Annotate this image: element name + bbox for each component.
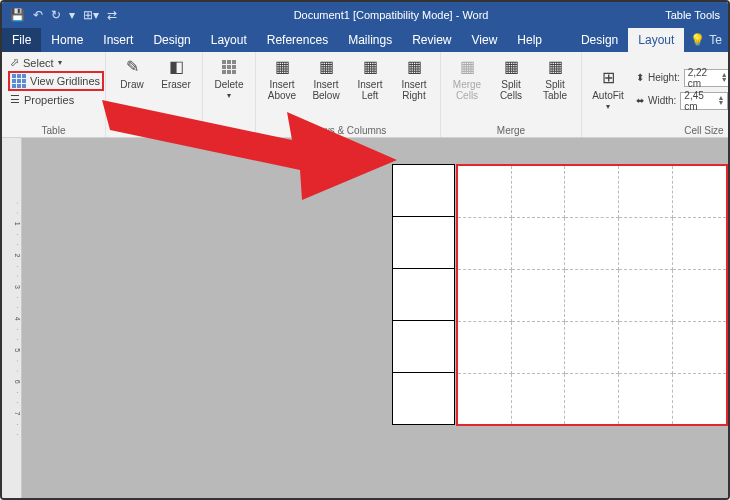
- redo-icon[interactable]: ↻: [51, 8, 61, 22]
- height-input[interactable]: 2,22 cm ▲▼: [684, 69, 730, 87]
- autofit-icon: ⊞: [598, 68, 618, 88]
- grid-icon: [12, 74, 26, 88]
- insert-below-button[interactable]: ▦ Insert Below: [306, 55, 346, 101]
- split-table-label: Split Table: [535, 79, 575, 101]
- more-icon[interactable]: ⇄: [107, 8, 117, 22]
- tab-insert[interactable]: Insert: [93, 28, 143, 52]
- group-rows-columns: ▦ Insert Above ▦ Insert Below ▦ Insert L…: [256, 52, 441, 137]
- draw-table-button[interactable]: ✎ Draw: [112, 55, 152, 90]
- group-table: ⬀ Select ▾ View Gridlines ☰ Properties T…: [2, 52, 106, 137]
- group-draw-label: Draw: [112, 123, 196, 136]
- properties-icon: ☰: [10, 93, 20, 106]
- tell-me-label: Te: [709, 33, 722, 47]
- height-icon: ⬍: [636, 72, 644, 83]
- quick-access-toolbar: 💾 ↶ ↻ ▾ ⊞▾ ⇄: [2, 8, 117, 22]
- insert-above-button[interactable]: ▦ Insert Above: [262, 55, 302, 101]
- width-input[interactable]: 2,45 cm ▲▼: [680, 92, 728, 110]
- table-row: [457, 269, 727, 321]
- delete-label: Delete: [215, 79, 244, 90]
- autofit-button[interactable]: ⊞ AutoFit ▾: [588, 66, 628, 112]
- eraser-label: Eraser: [161, 79, 190, 90]
- delete-button[interactable]: Delete ▾: [209, 55, 249, 101]
- ribbon-tabs: File Home Insert Design Layout Reference…: [2, 28, 728, 52]
- group-draw: ✎ Draw ◧ Eraser Draw: [106, 52, 203, 137]
- table-row: [393, 165, 455, 217]
- column-width-control[interactable]: ⬌ Width: 2,45 cm ▲▼: [636, 92, 730, 110]
- tab-view[interactable]: View: [462, 28, 508, 52]
- view-gridlines-label: View Gridlines: [30, 75, 100, 87]
- undo-icon[interactable]: ↶: [33, 8, 43, 22]
- tab-references[interactable]: References: [257, 28, 338, 52]
- insert-below-label: Insert Below: [306, 79, 346, 101]
- lightbulb-icon: 💡: [690, 33, 705, 47]
- window-title: Document1 [Compatibility Mode] - Word: [117, 9, 665, 21]
- height-label: Height:: [648, 72, 680, 83]
- customize-icon[interactable]: ▾: [69, 8, 75, 22]
- group-merge-label: Merge: [447, 123, 575, 136]
- tab-home[interactable]: Home: [41, 28, 93, 52]
- tell-me[interactable]: 💡 Te: [684, 28, 728, 52]
- ribbon: ⬀ Select ▾ View Gridlines ☰ Properties T…: [2, 52, 728, 138]
- eraser-button[interactable]: ◧ Eraser: [156, 55, 196, 90]
- tab-help[interactable]: Help: [507, 28, 552, 52]
- split-table-icon: ▦: [545, 57, 565, 77]
- properties-label: Properties: [24, 94, 74, 106]
- width-label: Width:: [648, 95, 676, 106]
- table-row: [393, 269, 455, 321]
- title-bar: 💾 ↶ ↻ ▾ ⊞▾ ⇄ Document1 [Compatibility Mo…: [2, 2, 728, 28]
- insert-above-icon: ▦: [272, 57, 292, 77]
- split-cells-label: Split Cells: [491, 79, 531, 101]
- tab-design[interactable]: Design: [143, 28, 200, 52]
- table-left[interactable]: [392, 164, 455, 425]
- delete-icon: [219, 57, 239, 77]
- insert-right-icon: ▦: [404, 57, 424, 77]
- insert-right-label: Insert Right: [394, 79, 434, 101]
- table-row: [393, 373, 455, 425]
- group-table-label: Table: [8, 123, 99, 136]
- tab-table-design[interactable]: Design: [571, 28, 628, 52]
- insert-below-icon: ▦: [316, 57, 336, 77]
- save-icon[interactable]: 💾: [10, 8, 25, 22]
- table-row: [457, 321, 727, 373]
- document-canvas[interactable]: [22, 154, 728, 498]
- row-height-control[interactable]: ⬍ Height: 2,22 cm ▲▼: [636, 69, 730, 87]
- draw-label: Draw: [120, 79, 143, 90]
- merge-cells-icon: ▦: [457, 57, 477, 77]
- merge-cells-button: ▦ Merge Cells: [447, 55, 487, 101]
- autofit-label: AutoFit: [592, 90, 624, 101]
- vertical-ruler[interactable]: · · 1 · · 2 · · 3 · · 4 · · 5 · · 6 · · …: [2, 138, 22, 498]
- table-row: [457, 165, 727, 217]
- spinner-icon[interactable]: ▲▼: [721, 73, 728, 83]
- eraser-icon: ◧: [166, 57, 186, 77]
- tab-mailings[interactable]: Mailings: [338, 28, 402, 52]
- width-icon: ⬌: [636, 95, 644, 106]
- group-cell-size: ⊞ AutoFit ▾ ⬍ Height: 2,22 cm ▲▼ ⬌ Width…: [582, 52, 730, 137]
- spinner-icon[interactable]: ▲▼: [717, 96, 724, 106]
- tab-file[interactable]: File: [2, 28, 41, 52]
- select-label: Select: [23, 57, 54, 69]
- tab-table-layout[interactable]: Layout: [628, 28, 684, 52]
- height-value: 2,22 cm: [688, 67, 721, 89]
- insert-right-button[interactable]: ▦ Insert Right: [394, 55, 434, 101]
- properties-button[interactable]: ☰ Properties: [8, 92, 104, 107]
- tab-layout[interactable]: Layout: [201, 28, 257, 52]
- pencil-icon: ✎: [122, 57, 142, 77]
- insert-left-button[interactable]: ▦ Insert Left: [350, 55, 390, 101]
- cursor-icon: ⬀: [10, 56, 19, 69]
- insert-left-label: Insert Left: [350, 79, 390, 101]
- split-cells-button[interactable]: ▦ Split Cells: [491, 55, 531, 101]
- touch-mode-icon[interactable]: ⊞▾: [83, 8, 99, 22]
- view-gridlines-button[interactable]: View Gridlines: [8, 71, 104, 91]
- merge-cells-label: Merge Cells: [447, 79, 487, 101]
- table-row: [393, 321, 455, 373]
- table-row: [393, 217, 455, 269]
- table-right-gridlines[interactable]: [456, 164, 728, 426]
- tab-review[interactable]: Review: [402, 28, 461, 52]
- group-rows-columns-label: Rows & Columns: [262, 123, 434, 136]
- group-delete: Delete ▾: [203, 52, 256, 137]
- context-tools-label: Table Tools: [665, 9, 728, 21]
- select-button[interactable]: ⬀ Select ▾: [8, 55, 104, 70]
- split-cells-icon: ▦: [501, 57, 521, 77]
- split-table-button[interactable]: ▦ Split Table: [535, 55, 575, 101]
- chevron-down-icon: ▾: [58, 58, 62, 67]
